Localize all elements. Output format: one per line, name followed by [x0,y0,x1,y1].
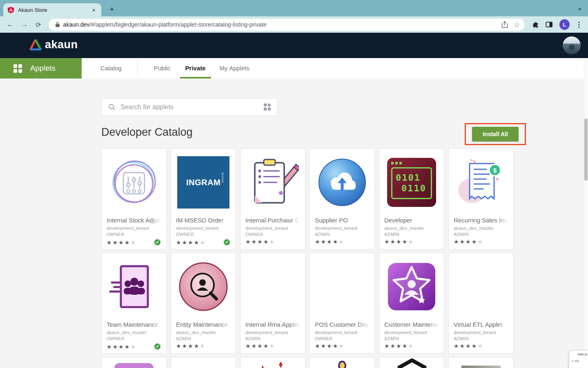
applet-role: ADMIN [454,232,508,237]
side-panel-icon[interactable] [546,21,553,28]
akaun-logo[interactable]: akaun [29,38,78,51]
developer-terminal-art: 0101 0110 [379,149,444,216]
applet-card-partial-6[interactable] [448,357,514,368]
installed-check-icon: ✓ [154,238,161,246]
applet-card-partial-4[interactable] [310,357,375,368]
applet-role: ADMIN [245,336,300,341]
applet-card-developer[interactable]: 0101 0110 Developer akaun_dev_master ADM… [379,148,444,249]
applet-role: ADMIN [176,336,231,341]
rating-stars: ★★★★★ [384,343,414,349]
store-tabs: Catalog Public Private My Applets [82,58,249,79]
tab-public[interactable]: Public [154,58,171,79]
applet-card-supplier-po[interactable]: Supplier PO development_tenant ADMIN ★★★… [310,148,375,249]
source-file-popup: index.js 1. ind [569,351,588,368]
menu-kebab-icon[interactable]: ⋮ [575,20,582,29]
tab-close-icon[interactable]: × [90,7,97,13]
address-bar[interactable]: akaun.dev /#/applets/bigledger/akaun-pla… [49,19,525,31]
applet-tenant: development_tenant [176,226,231,231]
reload-button[interactable]: ⟳ [34,21,43,29]
applet-card-team-maintenance[interactable]: Team Maintenance akaun_dev_master OWNER … [101,253,167,354]
applet-tenant: development_tenant [315,226,370,231]
angular-favicon-icon [7,7,14,13]
new-tab-button[interactable]: + [106,4,118,16]
url-path: /#/applets/bigledger/akaun-platform/appl… [89,21,496,28]
applet-card-partial-1[interactable] [101,357,167,368]
applet-card-im-msesd[interactable]: INGRAM MICRO IM MSESD Order development_… [171,148,236,249]
applets-grid-icon [13,64,22,73]
clipboard-art [241,149,305,216]
browser-tab-akaun-store[interactable]: Akaun Store × [3,3,101,16]
applet-card-entity-maintenance[interactable]: Entity Maintenance akaun_dev_master ADMI… [171,253,236,354]
source-file-name: index.js [572,353,587,356]
applet-grid: Internal Stock Adjust development_tenant… [101,148,514,368]
url-domain: akaun.dev [63,21,90,28]
rating-stars: ★★★★★ [384,238,414,245]
applet-title: POS Customer Displ [315,321,370,329]
share-icon[interactable] [501,21,508,28]
applet-tenant: akaun_dev_master [176,330,231,335]
rating-stars: ★★★★★ [454,343,483,349]
applet-role: ADMIN [384,336,439,341]
search-input[interactable] [120,103,263,111]
applet-title: Team Maintenance [107,321,161,329]
page-scrollbar-track[interactable] [584,58,588,368]
browser-profile-avatar[interactable]: L [559,19,570,30]
customer-star-art [379,253,444,320]
applets-label: Applets [30,64,56,73]
installed-check-icon: ✓ [154,343,161,350]
browser-tab-strip: Akaun Store × + ⌄ [0,0,588,16]
team-art [102,253,166,320]
applet-card-internal-purchase[interactable]: Internal Purchase Cr development_tenant … [240,148,305,249]
applet-tenant: development_tenant [315,330,370,335]
section-title: Developer Catalog [101,126,193,139]
cloud-upload-art [310,149,374,216]
rating-stars: ★★★★★ [315,238,345,245]
applet-title: Internal Stock Adjust [107,217,161,224]
applet-role: OWNER [176,232,231,237]
page-scrollbar-thumb[interactable] [584,119,588,181]
applet-card-pos-customer-display[interactable]: POS Customer Displ development_tenant OW… [310,253,375,354]
applet-role: ADMIN [315,232,370,237]
applet-search-bar[interactable] [101,98,278,116]
ingram-micro-text: MICRO [221,173,224,183]
applet-title: Customer Maintenan [384,321,439,329]
applet-card-recurring-sales[interactable]: $ Recurring Sales Invo akaun_dev_master … [448,148,514,249]
tab-divider [137,61,138,76]
tab-search-chevron-icon[interactable]: ⌄ [577,4,582,11]
applets-module-button[interactable]: Applets [0,58,82,79]
user-avatar[interactable] [563,36,581,54]
tab-my-applets[interactable]: My Applets [220,58,249,79]
applet-card-internal-rma[interactable]: Internal Rma Applet development_tenant A… [240,253,305,354]
applet-card-internal-stock[interactable]: Internal Stock Adjust development_tenant… [101,148,167,249]
rating-stars: ★★★★★ [245,238,275,245]
rating-stars: ★★★★★ [454,238,483,245]
applet-tenant: development_tenant [454,330,508,335]
install-all-annotation-box: Install All [465,123,526,145]
applet-card-partial-3[interactable] [240,357,305,368]
applet-title: Internal Purchase Cr [245,217,300,224]
extensions-puzzle-icon[interactable] [532,21,539,28]
applet-card-virtual-etl[interactable]: Virtual ETL Applet development_tenant AD… [448,253,514,354]
rating-stars: ★★★★★ [107,343,136,350]
applet-card-customer-maintenance[interactable]: Customer Maintenan development_tenant AD… [379,253,444,354]
applet-title: IM MSESD Order [176,217,231,224]
applet-card-partial-2[interactable] [171,357,236,368]
install-all-button[interactable]: Install All [472,127,519,141]
tab-private-active[interactable]: Private [185,58,206,79]
tab-catalog[interactable]: Catalog [100,58,122,79]
applet-tenant: akaun_dev_master [107,330,161,335]
applet-role: ADMIN [454,336,508,341]
applet-title: Internal Rma Applet [245,321,300,329]
forward-button[interactable]: → [20,20,29,29]
source-file-line: 1. ind [572,359,587,362]
applet-card-partial-5[interactable] [379,357,444,368]
back-button[interactable]: ← [6,20,15,29]
applet-tenant: development_tenant [245,226,300,231]
applet-role: OWNER [107,232,161,237]
category-dashboard-icon[interactable] [263,103,272,111]
app-header: akaun [0,33,588,58]
rating-stars: ★★★★★ [107,239,136,246]
applet-role: OWNER [107,336,161,341]
bookmark-star-icon[interactable]: ☆ [514,20,520,29]
applet-title: Virtual ETL Applet [454,321,508,329]
